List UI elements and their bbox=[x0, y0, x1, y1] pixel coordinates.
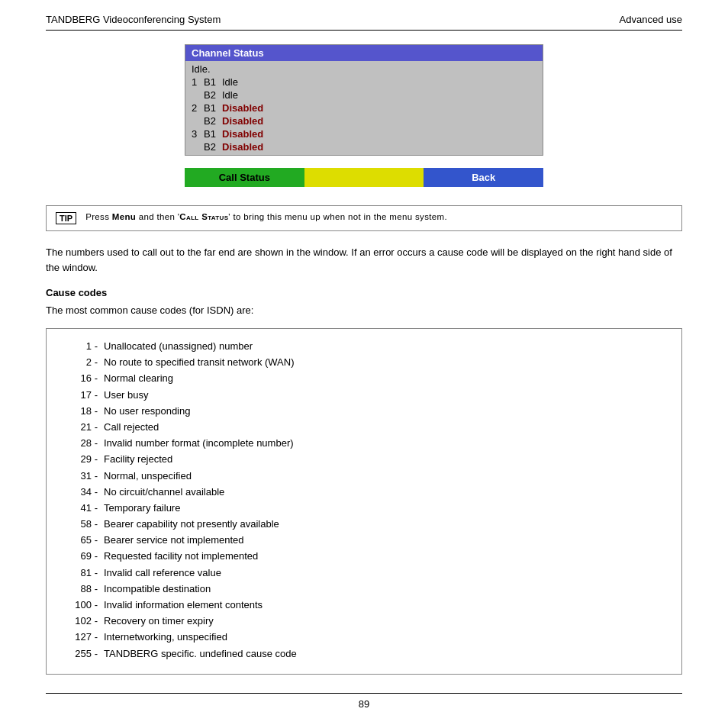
cause-code-row: 17 -User busy bbox=[62, 388, 666, 402]
channel-status-header: Channel Status bbox=[185, 45, 543, 61]
cause-code-desc: Temporary failure bbox=[104, 501, 666, 515]
channel-row: 1B1Idle bbox=[185, 76, 543, 89]
channel-b: B2 bbox=[204, 141, 222, 153]
back-button[interactable]: Back bbox=[424, 168, 543, 187]
channel-status-value: Disabled bbox=[222, 115, 263, 127]
cause-code-num: 127 - bbox=[62, 630, 104, 644]
cause-code-row: 81 -Invalid call reference value bbox=[62, 566, 666, 580]
cause-code-desc: No circuit/channel available bbox=[104, 485, 666, 499]
tip-label: TIP bbox=[56, 212, 76, 224]
channel-number: 2 bbox=[192, 102, 204, 114]
cause-code-row: 2 -No route to specified transit network… bbox=[62, 356, 666, 369]
cause-code-num: 29 - bbox=[62, 453, 104, 466]
tip-menu-bold: Menu bbox=[112, 212, 136, 221]
cause-code-num: 28 - bbox=[62, 436, 104, 450]
cause-codes-intro: The most common cause codes (for ISDN) a… bbox=[46, 304, 682, 316]
channel-b: B2 bbox=[204, 89, 222, 101]
page-footer: 89 bbox=[46, 693, 682, 710]
cause-code-num: 17 - bbox=[62, 388, 104, 402]
cause-code-num: 65 - bbox=[62, 533, 104, 547]
cause-code-row: 127 -Internetworking, unspecified bbox=[62, 630, 666, 644]
cause-code-desc: Call rejected bbox=[104, 420, 666, 434]
channel-number: 3 bbox=[192, 128, 204, 140]
cause-code-row: 88 -Incompatible destination bbox=[62, 582, 666, 596]
cause-code-num: 34 - bbox=[62, 485, 104, 499]
cause-code-desc: No user responding bbox=[104, 404, 666, 418]
cause-code-desc: Recovery on timer expiry bbox=[104, 614, 666, 628]
middle-button[interactable] bbox=[304, 168, 424, 187]
cause-code-desc: Incompatible destination bbox=[104, 582, 666, 596]
tip-text: Press Menu and then 'Call Status' to bri… bbox=[85, 212, 447, 221]
cause-code-num: 69 - bbox=[62, 549, 104, 563]
channel-row: B2Disabled bbox=[185, 140, 543, 153]
cause-code-num: 100 - bbox=[62, 598, 104, 612]
tip-press: Press bbox=[85, 212, 112, 221]
cause-code-num: 41 - bbox=[62, 501, 104, 515]
cause-code-num: 16 - bbox=[62, 372, 104, 385]
cause-code-desc: Internetworking, unspecified bbox=[104, 630, 666, 644]
channel-rows-container: 1B1IdleB2Idle2B1DisabledB2Disabled3B1Dis… bbox=[185, 76, 543, 153]
cause-code-num: 31 - bbox=[62, 469, 104, 483]
cause-code-row: 41 -Temporary failure bbox=[62, 501, 666, 515]
cause-code-desc: Facility rejected bbox=[104, 453, 666, 466]
cause-code-num: 21 - bbox=[62, 420, 104, 434]
header-title: TANDBERG Videoconferencing System bbox=[46, 14, 221, 25]
header-section: Advanced use bbox=[620, 14, 682, 25]
idle-row: Idle. bbox=[185, 63, 543, 76]
page-container: TANDBERG Videoconferencing System Advanc… bbox=[0, 0, 728, 728]
channel-status-body: Idle. 1B1IdleB2Idle2B1DisabledB2Disabled… bbox=[185, 61, 543, 155]
cause-code-num: 102 - bbox=[62, 614, 104, 628]
channel-row: B2Idle bbox=[185, 89, 543, 101]
cause-code-num: 58 - bbox=[62, 517, 104, 531]
cause-code-desc: Requested facility not implemented bbox=[104, 549, 666, 563]
cause-code-num: 255 - bbox=[62, 647, 104, 661]
channel-row: B2Disabled bbox=[185, 114, 543, 127]
cause-code-row: 29 -Facility rejected bbox=[62, 453, 666, 466]
channel-status-value: Disabled bbox=[222, 141, 263, 153]
cause-code-row: 31 -Normal, unspecified bbox=[62, 469, 666, 483]
tip-suffix: ' to bring this menu up when not in the … bbox=[228, 212, 447, 221]
cause-code-num: 18 - bbox=[62, 404, 104, 418]
cause-codes-heading: Cause codes bbox=[46, 287, 682, 298]
cause-code-desc: No route to specified transit network (W… bbox=[104, 356, 666, 369]
body-text: The numbers used to call out to the far … bbox=[46, 245, 682, 275]
cause-code-desc: TANDBERG specific. undefined cause code bbox=[104, 647, 666, 661]
cause-code-desc: Normal, unspecified bbox=[104, 469, 666, 483]
cause-code-row: 255 -TANDBERG specific. undefined cause … bbox=[62, 647, 666, 661]
channel-status-value: Disabled bbox=[222, 128, 263, 140]
cause-code-row: 1 -Unallocated (unassigned) number bbox=[62, 340, 666, 353]
cause-code-row: 28 -Invalid number format (incomplete nu… bbox=[62, 436, 666, 450]
cause-code-row: 34 -No circuit/channel available bbox=[62, 485, 666, 499]
channel-status-value: Disabled bbox=[222, 102, 263, 114]
channel-row: 3B1Disabled bbox=[185, 127, 543, 140]
cause-code-desc: Normal clearing bbox=[104, 372, 666, 385]
cause-code-num: 88 - bbox=[62, 582, 104, 596]
page-number: 89 bbox=[359, 698, 369, 710]
channel-b: B1 bbox=[204, 102, 222, 114]
cause-code-row: 18 -No user responding bbox=[62, 404, 666, 418]
cause-code-row: 102 -Recovery on timer expiry bbox=[62, 614, 666, 628]
cause-code-desc: Invalid information element contents bbox=[104, 598, 666, 612]
screen-buttons: Call Status Back bbox=[185, 168, 543, 187]
cause-code-row: 69 -Requested facility not implemented bbox=[62, 549, 666, 563]
cause-code-desc: Invalid call reference value bbox=[104, 566, 666, 580]
cause-codes-container: 1 -Unallocated (unassigned) number2 -No … bbox=[62, 340, 666, 661]
cause-code-num: 1 - bbox=[62, 340, 104, 353]
tip-call-status: Call Status bbox=[179, 212, 228, 221]
channel-number: 1 bbox=[192, 76, 204, 88]
cause-code-desc: Invalid number format (incomplete number… bbox=[104, 436, 666, 450]
page-header: TANDBERG Videoconferencing System Advanc… bbox=[46, 14, 682, 31]
cause-code-num: 81 - bbox=[62, 566, 104, 580]
cause-code-row: 21 -Call rejected bbox=[62, 420, 666, 434]
cause-code-row: 65 -Bearer service not implemented bbox=[62, 533, 666, 547]
cause-code-row: 16 -Normal clearing bbox=[62, 372, 666, 385]
cause-code-desc: Bearer capability not presently availabl… bbox=[104, 517, 666, 531]
channel-b: B1 bbox=[204, 76, 222, 88]
cause-code-row: 100 -Invalid information element content… bbox=[62, 598, 666, 612]
tip-and-then: and then ' bbox=[136, 212, 179, 221]
channel-b: B2 bbox=[204, 115, 222, 127]
call-status-button[interactable]: Call Status bbox=[185, 168, 304, 187]
cause-code-row: 58 -Bearer capability not presently avai… bbox=[62, 517, 666, 531]
cause-code-desc: Bearer service not implemented bbox=[104, 533, 666, 547]
cause-code-desc: Unallocated (unassigned) number bbox=[104, 340, 666, 353]
